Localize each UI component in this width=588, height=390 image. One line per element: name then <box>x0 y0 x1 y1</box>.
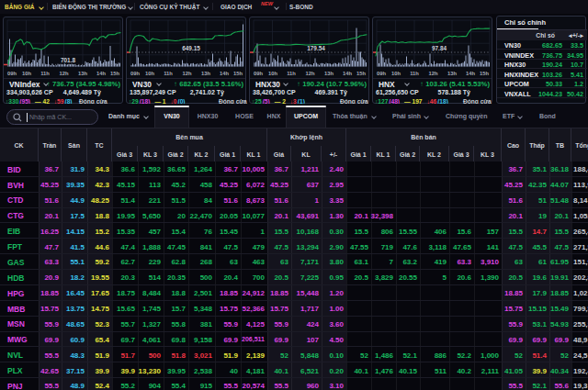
svg-text:10h: 10h <box>145 71 154 76</box>
svg-text:649.15: 649.15 <box>182 45 200 51</box>
svg-text:97.84: 97.84 <box>432 45 447 51</box>
svg-text:09h: 09h <box>254 71 263 76</box>
svg-text:11h: 11h <box>287 71 296 76</box>
svg-text:15h: 15h <box>233 71 243 76</box>
svg-text:179.54: 179.54 <box>307 45 325 51</box>
svg-text:15h: 15h <box>480 71 489 76</box>
svg-text:11h: 11h <box>164 71 173 76</box>
svg-text:15h: 15h <box>356 71 366 76</box>
svg-text:13h: 13h <box>447 71 457 76</box>
svg-text:10h: 10h <box>391 71 401 76</box>
svg-text:10h: 10h <box>268 71 277 76</box>
svg-text:12h: 12h <box>183 71 192 76</box>
svg-text:09h: 09h <box>377 71 386 76</box>
svg-text:10h: 10h <box>22 71 31 76</box>
svg-text:12h: 12h <box>429 71 438 76</box>
svg-text:09h: 09h <box>7 71 17 76</box>
svg-text:15h: 15h <box>110 71 119 76</box>
svg-text:11h: 11h <box>410 71 419 76</box>
svg-text:13h: 13h <box>324 71 334 76</box>
svg-text:12h: 12h <box>60 71 69 76</box>
svg-text:13h: 13h <box>201 71 210 76</box>
svg-text:14h: 14h <box>466 71 475 76</box>
svg-text:11h: 11h <box>40 71 50 76</box>
svg-text:09h: 09h <box>130 71 140 76</box>
svg-text:14h: 14h <box>343 71 352 76</box>
svg-text:701.8: 701.8 <box>61 57 75 63</box>
svg-text:13h: 13h <box>78 71 87 76</box>
svg-text:12h: 12h <box>306 71 315 76</box>
svg-text:14h: 14h <box>96 71 106 76</box>
svg-text:14h: 14h <box>220 71 229 76</box>
